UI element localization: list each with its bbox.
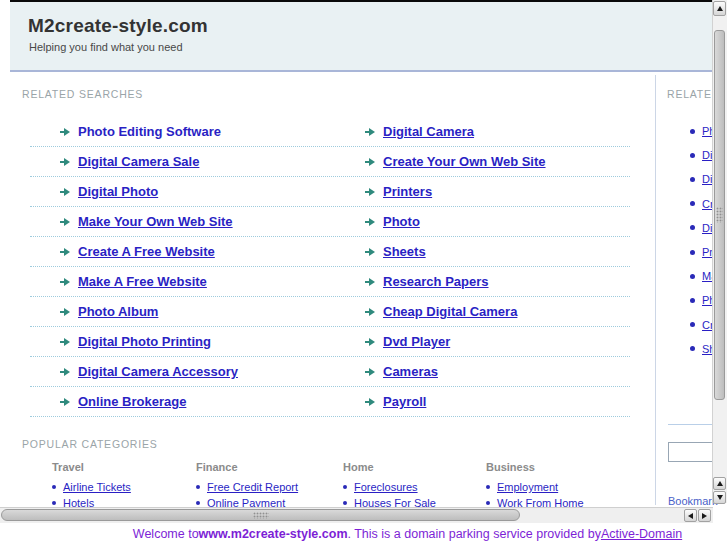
arrow-bullet-icon bbox=[365, 398, 375, 406]
category-title: Business bbox=[486, 461, 626, 473]
scroll-up-icon[interactable] bbox=[713, 477, 726, 490]
category-link-row: Free Credit Report bbox=[196, 479, 336, 495]
bookmark-link[interactable]: Bookmark bbox=[668, 495, 718, 507]
category-title: Home bbox=[343, 461, 483, 473]
category-link[interactable]: Foreclosures bbox=[354, 481, 418, 493]
horizontal-scrollbar-thumb[interactable] bbox=[1, 509, 520, 521]
related-link[interactable]: Create Your Own Web Site bbox=[383, 154, 546, 169]
related-row: Photo Album Cheap Digital Camera bbox=[30, 297, 630, 327]
bullet-icon bbox=[690, 346, 695, 351]
category-column-finance: Finance Free Credit Report Online Paymen… bbox=[196, 461, 336, 511]
related-row: Create A Free Website Sheets bbox=[30, 237, 630, 267]
related-link[interactable]: Digital Photo Printing bbox=[78, 334, 211, 349]
related-row: Photo Editing Software Digital Camera bbox=[30, 117, 630, 147]
arrow-bullet-icon bbox=[60, 158, 70, 166]
related-link[interactable]: Digital Camera Sale bbox=[78, 154, 199, 169]
bullet-icon bbox=[690, 129, 695, 134]
arrow-bullet-icon bbox=[365, 368, 375, 376]
bullet-icon bbox=[690, 177, 695, 182]
bullet-icon bbox=[52, 485, 56, 489]
active-domain-link[interactable]: Active-Domain bbox=[601, 527, 682, 541]
popular-categories-label: POPULAR CATEGORIES bbox=[22, 438, 158, 450]
related-link[interactable]: Sheets bbox=[383, 244, 426, 259]
arrow-bullet-icon bbox=[60, 128, 70, 136]
horizontal-scrollbar[interactable] bbox=[0, 507, 713, 523]
bullet-icon bbox=[690, 250, 695, 255]
bullet-icon bbox=[690, 153, 695, 158]
category-link-row: Foreclosures bbox=[343, 479, 483, 495]
category-link-row: Employment bbox=[486, 479, 626, 495]
arrow-bullet-icon bbox=[365, 278, 375, 286]
related-link[interactable]: Digital Camera bbox=[383, 124, 474, 139]
category-title: Travel bbox=[52, 461, 192, 473]
bullet-icon bbox=[196, 501, 200, 505]
arrow-bullet-icon bbox=[60, 368, 70, 376]
category-link[interactable]: Employment bbox=[497, 481, 558, 493]
scroll-left-icon[interactable] bbox=[684, 509, 697, 522]
scroll-down-icon[interactable] bbox=[713, 491, 726, 504]
related-row: Make A Free Website Research Papers bbox=[30, 267, 630, 297]
vertical-scrollbar-thumb[interactable] bbox=[714, 30, 725, 400]
page-title: M2create-style.com bbox=[28, 15, 717, 37]
related-link[interactable]: Photo Album bbox=[78, 304, 158, 319]
parking-notice: Welcome to www.m2create-style.com. This … bbox=[0, 522, 727, 545]
related-row: Digital Photo Printing Dvd Player bbox=[30, 327, 630, 357]
related-link[interactable]: Cheap Digital Camera bbox=[383, 304, 517, 319]
related-row: Digital Camera Sale Create Your Own Web … bbox=[30, 147, 630, 177]
arrow-bullet-icon bbox=[60, 218, 70, 226]
related-row: Digital Camera Accessory Cameras bbox=[30, 357, 630, 387]
footer-middle: . This is a domain parking service provi… bbox=[348, 527, 601, 541]
bullet-icon bbox=[486, 501, 490, 505]
category-column-business: Business Employment Work From Home bbox=[486, 461, 626, 511]
related-link[interactable]: Research Papers bbox=[383, 274, 489, 289]
related-row: Make Your Own Web Site Photo bbox=[30, 207, 630, 237]
category-link[interactable]: Free Credit Report bbox=[207, 481, 298, 493]
bullet-icon bbox=[690, 225, 695, 230]
related-link[interactable]: Photo bbox=[383, 214, 420, 229]
bullet-icon bbox=[486, 485, 490, 489]
bullet-icon bbox=[343, 485, 347, 489]
thumb-grip bbox=[253, 512, 269, 519]
category-link-row: Airline Tickets bbox=[52, 479, 192, 495]
arrow-bullet-icon bbox=[60, 338, 70, 346]
arrow-bullet-icon bbox=[60, 278, 70, 286]
category-column-travel: Travel Airline Tickets Hotels bbox=[52, 461, 192, 511]
bullet-icon bbox=[690, 201, 695, 206]
arrow-bullet-icon bbox=[60, 398, 70, 406]
related-link[interactable]: Make A Free Website bbox=[78, 274, 207, 289]
related-link[interactable]: Make Your Own Web Site bbox=[78, 214, 233, 229]
category-link[interactable]: Airline Tickets bbox=[63, 481, 131, 493]
arrow-bullet-icon bbox=[365, 128, 375, 136]
related-searches-label: RELATED SEARCHES bbox=[22, 88, 143, 100]
bullet-icon bbox=[343, 501, 347, 505]
arrow-bullet-icon bbox=[365, 308, 375, 316]
category-title: Finance bbox=[196, 461, 336, 473]
related-link[interactable]: Printers bbox=[383, 184, 432, 199]
related-link[interactable]: Payroll bbox=[383, 394, 426, 409]
arrow-bullet-icon bbox=[365, 188, 375, 196]
category-column-home: Home Foreclosures Houses For Sale bbox=[343, 461, 483, 511]
related-row: Online Brokerage Payroll bbox=[30, 387, 630, 417]
related-link[interactable]: Digital Photo bbox=[78, 184, 158, 199]
arrow-bullet-icon bbox=[60, 308, 70, 316]
tagline: Helping you find what you need bbox=[29, 41, 717, 53]
related-link[interactable]: Digital Camera Accessory bbox=[78, 364, 238, 379]
related-link[interactable]: Online Brokerage bbox=[78, 394, 186, 409]
bullet-icon bbox=[690, 298, 695, 303]
bullet-icon bbox=[690, 322, 695, 327]
related-link[interactable]: Dvd Player bbox=[383, 334, 450, 349]
related-link[interactable]: Cameras bbox=[383, 364, 438, 379]
thumb-grip bbox=[716, 207, 723, 223]
bullet-icon bbox=[690, 274, 695, 279]
footer-domain: www.m2create-style.com bbox=[199, 527, 348, 541]
footer-prefix: Welcome to bbox=[133, 527, 199, 541]
related-link[interactable]: Photo Editing Software bbox=[78, 124, 221, 139]
scroll-up-icon[interactable] bbox=[713, 1, 726, 16]
arrow-bullet-icon bbox=[365, 158, 375, 166]
sidebar-divider bbox=[655, 75, 656, 505]
related-searches-list: Photo Editing Software Digital Camera Di… bbox=[30, 117, 630, 417]
related-link[interactable]: Create A Free Website bbox=[78, 244, 215, 259]
page: M2create-style.com Helping you find what… bbox=[0, 0, 727, 545]
vertical-scrollbar[interactable] bbox=[712, 0, 727, 503]
scroll-right-icon[interactable] bbox=[698, 509, 711, 522]
